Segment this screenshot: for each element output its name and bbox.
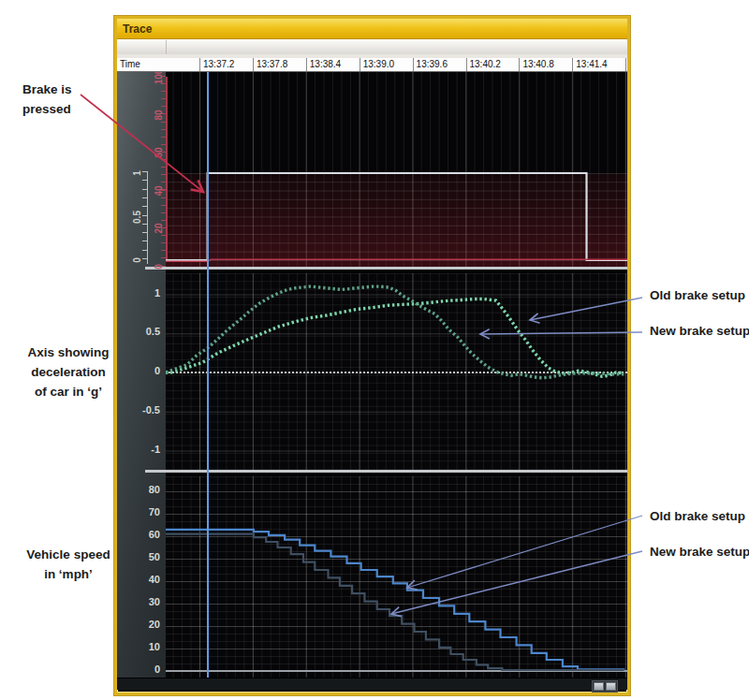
time-tick: 13:37.2	[199, 58, 234, 71]
time-tick: 13:37.8	[253, 58, 287, 71]
time-ruler[interactable]: Time 13:37.213:37.813:38.413:39.013:39.6…	[117, 58, 627, 72]
time-cursor[interactable]	[207, 72, 209, 678]
new-brake-label-speed: New brake setup	[650, 545, 749, 559]
panel-separator	[145, 267, 627, 270]
speed-old-brake-setup-trace	[166, 530, 624, 670]
time-tick: 13:40.2	[466, 58, 501, 71]
axis-tick-label: 40	[117, 574, 160, 585]
note-line: deceleration	[7, 363, 129, 383]
panel-separator	[145, 470, 627, 473]
decel-traces	[166, 273, 627, 470]
speed-traces	[166, 476, 627, 678]
speed-new-brake-setup-trace	[166, 534, 624, 671]
switch-axis-line	[147, 171, 148, 264]
axis-tick-label: 40	[154, 185, 164, 196]
axis-tick-label: 80	[154, 109, 164, 120]
scroll-widget	[592, 680, 618, 693]
deceleration-panel[interactable]	[166, 273, 627, 470]
axis-tick-label: 70	[117, 506, 160, 518]
page-background: Brake is pressed Axis showing decelerati…	[0, 0, 749, 700]
time-tick: 13:39.6	[413, 58, 448, 71]
axis-tick-label: 0	[154, 264, 164, 270]
axis-tick-label: 0.5	[117, 326, 160, 337]
trace-window: Trace Time 13:37.213:37.813:38.413:39.01…	[114, 16, 630, 695]
new-brake-label-decel: New brake setup	[650, 324, 749, 338]
old-brake-label-speed: Old brake setup	[650, 509, 745, 523]
toolbar	[117, 39, 627, 54]
brake-pressure-trace	[166, 259, 627, 261]
axis-tick-label: 60	[117, 529, 160, 540]
axis-tick-label: 0	[117, 664, 160, 675]
time-tick: 13:42.0	[625, 58, 627, 71]
toolbar-divider	[166, 40, 167, 54]
time-tick: 13:38.4	[306, 58, 341, 71]
speed-panel[interactable]	[166, 476, 627, 678]
scrollbar-row	[117, 678, 627, 690]
axis-tick-label: 80	[117, 484, 160, 495]
axis-tick-label: -0.5	[117, 404, 160, 416]
window-title: Trace	[123, 22, 152, 36]
note-line: of car in ‘g’	[7, 383, 129, 402]
note-line: in ‘mph’	[7, 565, 129, 585]
time-tick: 13:40.8	[519, 58, 553, 71]
scroll-button-left[interactable]	[594, 682, 604, 691]
time-ruler-label: Time	[120, 59, 140, 69]
note-line: Axis showing	[7, 343, 129, 363]
axis-tick-label: -1	[117, 444, 160, 455]
note-line: Vehicle speed	[7, 546, 129, 565]
decel-axis-note: Axis showing deceleration of car in ‘g’	[7, 343, 129, 402]
axis-tick-label: 1	[117, 287, 160, 299]
axis-tick-label: 1	[132, 170, 142, 176]
axis-tick-label: 0	[117, 365, 160, 376]
time-tick: 13:39.0	[360, 58, 394, 71]
axis-tick-label: 20	[117, 619, 160, 630]
axis-tick-label: 10	[117, 641, 160, 652]
axis-tick-label: 20	[154, 224, 164, 234]
scroll-button-right[interactable]	[606, 682, 616, 691]
axis-tick-label: 50	[117, 551, 160, 562]
window-titlebar[interactable]: Trace	[117, 19, 627, 39]
brake-traces	[166, 72, 627, 267]
axis-tick-label: 0.5	[132, 211, 142, 224]
decel-old-brake-setup-trace	[166, 299, 624, 377]
chart-area: 10.50-0.5-18070605040302010000.510204060…	[117, 72, 627, 678]
time-tick: 13:41.4	[572, 58, 607, 71]
brake-switch-trace	[166, 173, 627, 260]
brake-panel[interactable]	[166, 72, 627, 267]
speed-axis-note: Vehicle speed in ‘mph’	[7, 546, 129, 585]
axis-tick-label: 100	[154, 72, 164, 84]
decel-new-brake-setup-trace	[166, 286, 624, 378]
axis-tick-label: 60	[154, 148, 164, 158]
old-brake-label-decel: Old brake setup	[650, 288, 745, 302]
axis-tick-label: 30	[117, 596, 160, 607]
axis-tick-label: 0	[132, 257, 142, 263]
